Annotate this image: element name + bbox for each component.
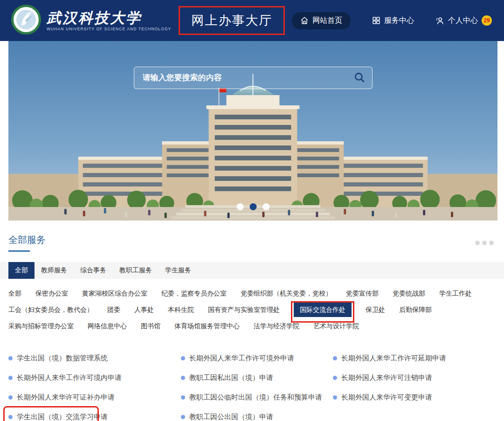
bullet-icon — [181, 356, 185, 360]
service-item[interactable]: 长期外国人来华工作许可境内申请 — [8, 368, 181, 387]
category-item[interactable]: 采购与招标管理办公室 — [8, 318, 74, 334]
search-icon — [353, 71, 366, 85]
category-item[interactable]: 保卫处 — [366, 302, 385, 318]
category-item[interactable]: 团委 — [107, 302, 120, 318]
bullet-icon — [181, 376, 185, 380]
tab-staff-services[interactable]: 教职工服务 — [113, 262, 159, 279]
header: 武汉科技大学 WUHAN UNIVERSITY OF SCIENCE AND T… — [0, 0, 504, 41]
service-item[interactable]: 长期外国人来华许可证补办申请 — [8, 387, 181, 407]
category-item[interactable]: 纪委，监察专员办公室 — [161, 285, 227, 302]
service-item-label: 教职工因公临时出国（境）任务和预算申请 — [189, 393, 322, 402]
service-item-label: 长期外国人来华工作许可境外申请 — [189, 354, 294, 363]
carousel-dot-3[interactable] — [262, 203, 269, 210]
nav-label: 服务中心 — [384, 16, 414, 26]
category-item[interactable]: 黄家湖校区综合办公室 — [82, 285, 147, 302]
bullet-icon — [8, 356, 13, 360]
bullet-icon — [8, 415, 13, 419]
nav-item-site-home[interactable]: 网站首页 — [292, 12, 351, 29]
search-bar — [134, 67, 373, 89]
hero-banner — [8, 41, 497, 221]
category-item[interactable]: 党委宣传部 — [346, 285, 379, 302]
service-item[interactable]: 教职工因公出国（境）申请 — [181, 407, 333, 421]
tab-all[interactable]: 全部 — [8, 262, 35, 279]
nav-item-personal-center[interactable]: 个人中心 29 — [435, 15, 492, 26]
ellipsis-icon[interactable] — [473, 239, 496, 247]
bullet-icon — [8, 376, 13, 380]
service-item[interactable]: 教职工因公临时出国（境）任务和预算申请 — [181, 387, 333, 407]
service-item[interactable]: 学生出国（境）数据管理系统 — [8, 348, 181, 368]
carousel-dots — [236, 203, 269, 210]
category-all[interactable]: 全部 — [8, 285, 21, 302]
home-icon — [300, 16, 309, 25]
department-filter-list: 全部 保密办公室 黄家湖校区综合办公室 纪委，监察专员办公室 党委组织部（机关党… — [8, 285, 479, 334]
category-item[interactable]: 艺术与设计学院 — [313, 318, 359, 334]
carousel-dot-1[interactable] — [236, 203, 243, 210]
carousel-dot-2[interactable] — [249, 203, 256, 210]
category-item[interactable]: 学生工作处 — [439, 285, 472, 302]
services-section: 全部服务 全部 教师服务 综合事务 教职工服务 学生服务 全部 保密办公室 黄家… — [0, 221, 504, 421]
section-title: 全部服务 — [8, 234, 46, 246]
category-item[interactable]: 后勤保障部 — [399, 302, 432, 318]
section-head: 全部服务 — [8, 234, 496, 252]
category-item[interactable]: 党委组织部（机关党委，党校） — [241, 285, 332, 302]
university-logo-icon — [11, 5, 41, 35]
bullet-icon — [333, 376, 337, 380]
grid-icon — [372, 16, 380, 25]
tab-general-affairs[interactable]: 综合事务 — [74, 262, 113, 279]
service-item[interactable]: 教职工因私出国（境）申请 — [181, 368, 333, 387]
category-item[interactable]: 图书馆 — [141, 318, 160, 334]
header-nav: 网站首页 服务中心 个人中心 29 — [292, 12, 492, 29]
service-item-label: 长期外国人来华许可证补办申请 — [17, 393, 115, 402]
bullet-icon — [181, 395, 185, 400]
category-international-exchange[interactable]: 国际交流合作处 — [294, 303, 352, 317]
university-logo — [11, 5, 41, 36]
annotation-box-portal-title: 网上办事大厅 — [179, 6, 285, 35]
bullet-icon — [181, 415, 185, 419]
category-item[interactable]: 人事处 — [134, 302, 154, 318]
notification-badge: 29 — [482, 15, 492, 26]
bullet-icon — [8, 395, 13, 400]
service-item-label: 长期外国人来华工作许可境内申请 — [17, 373, 122, 382]
university-name-zh: 武汉科技大学 — [47, 10, 171, 26]
nav-item-service-center[interactable]: 服务中心 — [372, 16, 414, 26]
page: 武汉科技大学 WUHAN UNIVERSITY OF SCIENCE AND T… — [0, 0, 504, 421]
search-input[interactable] — [143, 73, 353, 83]
service-tabs: 全部 教师服务 综合事务 教职工服务 学生服务 — [0, 262, 504, 279]
category-item[interactable]: 党委统战部 — [393, 285, 425, 302]
service-item-label: 长期外国人来华许可注销申请 — [341, 373, 432, 382]
service-item-label: 长期外国人来华工作许可延期申请 — [341, 354, 446, 363]
tab-teacher-services[interactable]: 教师服务 — [35, 262, 74, 279]
service-item-label: 学生出国（境）交流学习申请 — [17, 413, 108, 421]
category-item[interactable]: 网络信息中心 — [88, 318, 127, 334]
category-item[interactable]: 国有资产与实验室管理处 — [208, 302, 280, 318]
service-item[interactable]: 长期外国人来华工作许可境外申请 — [181, 348, 333, 368]
service-item[interactable]: 长期外国人来华工作许可延期申请 — [333, 348, 496, 368]
service-item[interactable]: 长期外国人来华许可变更申请 — [333, 387, 496, 407]
portal-title: 网上办事大厅 — [191, 12, 272, 29]
service-item-label: 教职工因私出国（境）申请 — [189, 373, 273, 382]
category-item[interactable]: 保密办公室 — [35, 285, 68, 302]
category-label: 国际交流合作处 — [300, 306, 345, 313]
nav-label: 个人中心 — [448, 16, 478, 26]
nav-label: 网站首页 — [312, 16, 342, 26]
category-item[interactable]: 体育场馆服务管理中心 — [174, 318, 240, 334]
university-brand: 武汉科技大学 WUHAN UNIVERSITY OF SCIENCE AND T… — [47, 10, 171, 31]
service-item-student-exchange-application[interactable]: 学生出国（境）交流学习申请 — [8, 407, 181, 421]
category-item[interactable]: 工会（妇女委员会，教代会） — [8, 302, 93, 318]
service-item-label: 长期外国人来华许可变更申请 — [341, 393, 432, 402]
service-item-label: 教职工因公出国（境）申请 — [189, 413, 273, 421]
service-item[interactable]: 长期外国人来华许可注销申请 — [333, 368, 496, 387]
user-icon — [435, 16, 444, 25]
section-title-wrap: 全部服务 — [8, 234, 46, 252]
service-item-label: 学生出国（境）数据管理系统 — [17, 354, 108, 363]
university-name-en: WUHAN UNIVERSITY OF SCIENCE AND TECHNOLO… — [47, 27, 171, 31]
bullet-icon — [333, 395, 337, 400]
section-title-underline — [8, 250, 30, 252]
bullet-icon — [333, 356, 337, 360]
grid-spacer — [333, 407, 496, 421]
tab-student-services[interactable]: 学生服务 — [159, 262, 198, 279]
service-items-grid: 学生出国（境）数据管理系统 长期外国人来华工作许可境外申请 长期外国人来华工作许… — [8, 348, 496, 421]
category-item[interactable]: 法学与经济学院 — [254, 318, 299, 334]
search-button[interactable] — [353, 71, 366, 85]
category-item[interactable]: 本科生院 — [168, 302, 194, 318]
